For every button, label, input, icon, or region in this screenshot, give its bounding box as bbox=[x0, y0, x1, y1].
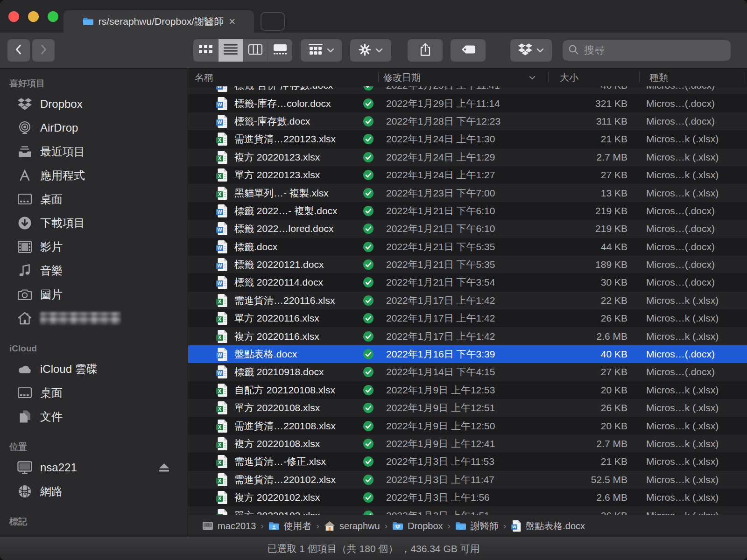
path-item-2[interactable]: 使用者 bbox=[268, 520, 312, 532]
file-row[interactable]: W標籤-庫存數.docx2022年1月28日 下午12:23311 KBMicr… bbox=[188, 112, 747, 130]
file-row[interactable]: W標籤 2022…- 複製.docx2022年1月21日 下午6:10219 K… bbox=[188, 202, 747, 220]
column-divider[interactable] bbox=[378, 72, 379, 83]
forward-button[interactable] bbox=[32, 39, 55, 62]
path-separator: › bbox=[317, 521, 319, 531]
file-row[interactable]: X需進貨清…220123.xlsx2022年1月24日 上午1:3021 KBM… bbox=[188, 130, 747, 148]
file-row-selected[interactable]: W盤點表格.docx2022年1月16日 下午3:3940 KBMicros…(… bbox=[188, 345, 747, 363]
tag-button[interactable] bbox=[451, 39, 486, 62]
column-divider[interactable] bbox=[639, 72, 640, 83]
file-row[interactable]: W標籤 20210918.docx2022年1月14日 下午4:1527 KBM… bbox=[188, 363, 747, 381]
new-tab-button[interactable] bbox=[261, 12, 285, 31]
sidebar-item-icloud-documents[interactable]: 文件 bbox=[0, 405, 188, 428]
sidebar-item-airdrop[interactable]: AirDrop bbox=[0, 116, 188, 140]
sync-status-badge-icon bbox=[363, 474, 374, 485]
tab-close-icon[interactable]: × bbox=[229, 16, 235, 27]
path-item-4[interactable]: Dropbox bbox=[392, 521, 443, 532]
list-view-button[interactable] bbox=[218, 39, 243, 62]
sidebar-item-dropbox[interactable]: Dropbox bbox=[0, 92, 188, 116]
gallery-view-button[interactable] bbox=[268, 39, 292, 62]
search-field[interactable] bbox=[563, 40, 731, 61]
file-row[interactable]: X自配方 202120108.xlsx2022年1月9日 上午12:5320 K… bbox=[188, 381, 747, 399]
sidebar-item-music[interactable]: 音樂 bbox=[0, 259, 188, 282]
sidebar-item-movies[interactable]: 影片 bbox=[0, 235, 188, 259]
zoom-window-button[interactable] bbox=[48, 11, 58, 22]
file-row[interactable]: W標籤.docx2022年1月21日 下午5:3544 KBMicros…(.d… bbox=[188, 238, 747, 256]
file-row[interactable]: X單方 20220123.xlsx2022年1月24日 上午1:2727 KBM… bbox=[188, 166, 747, 184]
back-button[interactable] bbox=[7, 39, 30, 62]
view-mode-segmented-control bbox=[193, 39, 292, 62]
recents-icon bbox=[17, 145, 33, 158]
word-file-icon: W bbox=[216, 114, 227, 128]
file-row[interactable]: X黑貓單列…- 複製.xlsx2022年1月23日 下午7:0013 KBMic… bbox=[188, 184, 747, 202]
path-item-5[interactable]: 謝醫師 bbox=[455, 520, 499, 532]
file-row[interactable]: W標籤 20220114.docx2022年1月21日 下午3:5430 KBM… bbox=[188, 273, 747, 291]
column-header-name[interactable]: 名稱 bbox=[195, 69, 213, 86]
share-button[interactable] bbox=[408, 39, 443, 62]
svg-text:X: X bbox=[218, 173, 221, 179]
file-row[interactable]: X需進貨清…220102.xlsx2022年1月3日 上午11:4752.5 M… bbox=[188, 471, 747, 489]
file-row[interactable]: X需進貨清…-修正.xlsx2022年1月3日 上午11:5321 KBMicr… bbox=[188, 453, 747, 470]
sidebar-item-label: Dropbox bbox=[40, 98, 83, 111]
icon-view-button[interactable] bbox=[193, 39, 218, 62]
file-row[interactable]: X複方 20220102.xlsx2022年1月3日 上午1:562.6 MBM… bbox=[188, 489, 747, 506]
file-date-modified: 2022年1月17日 上午1:42 bbox=[386, 330, 495, 343]
svg-text:W: W bbox=[218, 352, 222, 358]
sidebar-item-nsa221[interactable]: nsa221 bbox=[0, 455, 188, 479]
column-header-size[interactable]: 大小 bbox=[560, 69, 578, 86]
column-divider[interactable] bbox=[745, 72, 745, 83]
file-row[interactable]: X需進貨清…220108.xlsx2022年1月9日 上午12:5020 KBM… bbox=[188, 417, 747, 434]
file-row[interactable]: W標籤-合併-庫存數.docx2022年1月29日 上午11:4146 KBMi… bbox=[188, 86, 747, 94]
column-header-date[interactable]: 修改日期 bbox=[383, 69, 421, 86]
file-row[interactable]: W標籤-庫存…color.docx2022年1月29日 上午11:14321 K… bbox=[188, 94, 747, 112]
group-by-button[interactable] bbox=[301, 39, 342, 62]
eject-icon[interactable] bbox=[158, 462, 170, 472]
active-tab[interactable]: rs/seraphwu/Dropbox/謝醫師 × bbox=[63, 10, 254, 33]
excel-file-icon: X bbox=[216, 437, 227, 451]
file-row[interactable]: W標籤 20220121.docx2022年1月21日 下午5:35189 KB… bbox=[188, 256, 747, 273]
path-item-6[interactable]: W盤點表格.docx bbox=[511, 520, 585, 532]
path-item-1[interactable]: mac2013 bbox=[202, 521, 256, 532]
close-window-button[interactable] bbox=[8, 11, 19, 22]
sync-status-badge-icon bbox=[363, 402, 374, 413]
file-row[interactable]: X複方 20220116.xlsx2022年1月17日 上午1:422.6 MB… bbox=[188, 327, 747, 345]
excel-file-icon: X bbox=[216, 311, 227, 325]
file-row[interactable]: X需進貨清…220116.xlsx2022年1月17日 上午1:4222 KBM… bbox=[188, 292, 747, 309]
svg-text:X: X bbox=[218, 406, 221, 412]
sidebar-item-icloud-desktop[interactable]: 桌面 bbox=[0, 381, 188, 405]
file-row[interactable]: X單方 20220116.xlsx2022年1月17日 上午1:4226 KBM… bbox=[188, 309, 747, 327]
word-file-icon: W bbox=[216, 275, 227, 289]
dropbox-menu-button[interactable] bbox=[510, 39, 552, 62]
file-row[interactable]: X單方 20220108.xlsx2022年1月9日 上午12:5126 KBM… bbox=[188, 399, 747, 417]
minimize-window-button[interactable] bbox=[28, 11, 39, 22]
file-row[interactable]: X複方 20220123.xlsx2022年1月24日 上午1:292.7 MB… bbox=[188, 148, 747, 166]
sidebar-item-recents[interactable]: 最近項目 bbox=[0, 140, 188, 163]
sidebar-item-network[interactable]: 網路 bbox=[0, 479, 188, 503]
file-row[interactable]: X單方 20220102.xlsx2022年1月3日 上午1:5126 KBMi… bbox=[188, 506, 747, 515]
sync-status-badge-icon bbox=[363, 492, 374, 503]
svg-text:X: X bbox=[218, 138, 221, 143]
file-kind: Micros…(.docx) bbox=[646, 86, 715, 91]
file-row[interactable]: W標籤 2022…lored.docx2022年1月21日 下午6:10219 … bbox=[188, 220, 747, 238]
sidebar-item-downloads[interactable]: 下載項目 bbox=[0, 211, 188, 235]
column-header-kind[interactable]: 種類 bbox=[649, 69, 668, 86]
column-view-button[interactable] bbox=[243, 39, 268, 62]
sidebar-item-pictures[interactable]: 圖片 bbox=[0, 282, 188, 306]
file-row[interactable]: X複方 20220108.xlsx2022年1月9日 上午12:412.7 MB… bbox=[188, 435, 747, 453]
blurred-home-label bbox=[40, 312, 120, 324]
sidebar-item-home[interactable] bbox=[0, 306, 188, 330]
file-name: 自配方 202120108.xlsx bbox=[234, 384, 357, 397]
search-input[interactable] bbox=[583, 44, 725, 57]
file-date-modified: 2022年1月24日 上午1:29 bbox=[386, 151, 495, 164]
svg-text:W: W bbox=[218, 227, 222, 233]
column-divider[interactable] bbox=[548, 72, 549, 83]
sidebar-item-icloud-drive[interactable]: iCloud 雲碟 bbox=[0, 357, 188, 381]
action-menu-button[interactable] bbox=[350, 39, 391, 62]
file-date-modified: 2022年1月29日 上午11:41 bbox=[386, 86, 500, 92]
path-item-3[interactable]: seraphwu bbox=[324, 521, 380, 532]
sidebar-section-tags: 標記 bbox=[0, 513, 188, 530]
file-list-pane: 名稱 修改日期 大小 種類 W標籤-合併-庫存數.docx2022年1月29日 … bbox=[188, 69, 747, 537]
sidebar-item-desktop[interactable]: 桌面 bbox=[0, 187, 188, 211]
home-color-icon bbox=[324, 521, 335, 531]
sidebar-item-applications[interactable]: 應用程式 bbox=[0, 163, 188, 187]
group-icon bbox=[309, 44, 323, 57]
